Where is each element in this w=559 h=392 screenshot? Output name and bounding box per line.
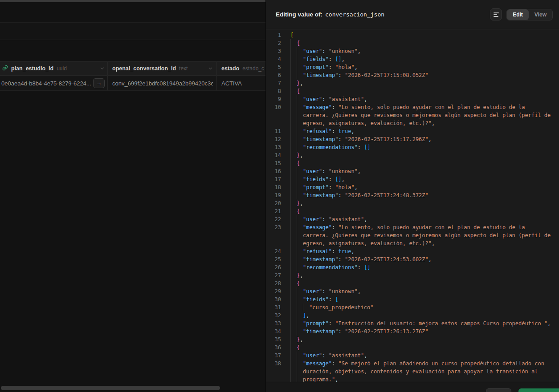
code-line[interactable]: 10"message": "Lo siento, solo puedo ayud… [266,103,559,127]
indent-guide [290,71,291,79]
code-text: "user": "unknown", [290,287,552,295]
code-line[interactable]: 38"message": "Se mejoró el plan añadiend… [266,360,559,382]
indent-guide [297,95,297,103]
cell-openai-conversation-id[interactable]: conv_699f2e1bdfc081949a2b99420c3ee2 [108,76,217,90]
code-line[interactable]: 27}, [266,271,559,279]
code-line[interactable]: 13"recommendations": [] [266,143,559,151]
code-line[interactable]: 21{ [266,207,559,215]
table-row: 0e0aea4d-b8b4-4e75-8279-6224... → conv_6… [0,76,265,91]
chevron-down-icon[interactable] [100,65,105,73]
code-line[interactable]: 12"timestamp": "2026-02-25T17:15:17.296Z… [266,135,559,143]
indent-guide [290,335,291,344]
code-text: "timestamp": "2026-02-25T17:15:17.296Z", [290,135,552,143]
column-name: estado [221,65,239,72]
code-text: "user": "assistant", [290,95,552,103]
code-line[interactable]: 31"curso_propedeutico" [266,303,559,311]
column-header-plan-estudio-id[interactable]: plan_estudio_id uuid [0,62,108,75]
code-line[interactable]: 24"refusal": true, [266,247,559,255]
panel-title: Editing value of:conversacion_json [276,11,384,18]
line-number: 28 [266,279,281,287]
line-number: 3 [266,47,281,55]
code-line[interactable]: 36{ [266,344,559,352]
line-number: 2 [266,39,281,47]
line-number: 11 [266,127,281,135]
code-text: "timestamp": "2026-02-25T17:24:53.602Z", [290,255,552,263]
code-line[interactable]: 29"user": "unknown", [266,287,559,295]
expand-row-button[interactable]: → [93,78,105,88]
indent-guide [297,71,297,79]
code-text: "fields": [], [290,55,552,63]
indent-guide [290,87,291,95]
code-text: { [290,207,552,215]
tab-view[interactable]: View [529,9,552,20]
code-line[interactable]: 9"user": "assistant", [266,95,559,103]
line-number: 5 [266,63,281,71]
tab-edit[interactable]: Edit [507,9,529,20]
indent-guide [290,303,291,311]
code-line[interactable]: 16"user": "unknown", [266,167,559,175]
code-line[interactable]: 15{ [266,159,559,167]
code-line[interactable]: 34"timestamp": "2026-02-25T17:26:13.276Z… [266,327,559,335]
format-json-button[interactable] [490,8,502,20]
code-text: "timestamp": "2026-02-25T17:15:08.052Z" [290,71,552,79]
code-line[interactable]: 30"fields": [ [266,295,559,303]
code-line[interactable]: 25"timestamp": "2026-02-25T17:24:53.602Z… [266,255,559,263]
indent-guide [297,143,297,151]
cell-plan-estudio-id[interactable]: 0e0aea4d-b8b4-4e75-8279-6224... → [0,76,108,90]
code-line[interactable]: 5"prompt": "hola", [266,63,559,71]
code-line[interactable]: 3"user": "unknown", [266,47,559,55]
indent-guide [297,263,297,271]
column-type: uuid [57,65,67,72]
code-line[interactable]: 2{ [266,39,559,47]
code-line[interactable]: 7}, [266,79,559,87]
code-line[interactable]: 6"timestamp": "2026-02-25T17:15:08.052Z" [266,71,559,79]
cancel-button[interactable] [486,388,511,392]
horizontal-scrollbar[interactable] [1,386,220,390]
code-line[interactable]: 8{ [266,87,559,95]
cell-estado[interactable]: ACTIVA [217,76,265,90]
code-line[interactable]: 18"prompt": "hola", [266,183,559,191]
column-header-estado[interactable]: estado estado_c [217,62,265,75]
indent-guide [290,271,291,279]
code-text: { [290,87,552,95]
json-code-editor[interactable]: 1[2{3"user": "unknown",4"fields": [],5"p… [266,30,559,382]
line-number: 35 [266,335,281,344]
code-line[interactable]: 28{ [266,279,559,287]
indent-guide [297,215,297,223]
code-line[interactable]: 37"user": "assistant", [266,352,559,360]
code-line[interactable]: 35}, [266,335,559,344]
code-text: }, [290,199,552,207]
code-text: "refusal": true, [290,247,552,255]
indent-guide [290,327,291,335]
code-line[interactable]: 19"timestamp": "2026-02-25T17:24:48.372Z… [266,191,559,199]
code-text: { [290,344,552,352]
code-line[interactable]: 4"fields": [], [266,55,559,63]
estado-value: ACTIVA [221,80,242,87]
code-text: "prompt": "Instrucción del usuario: mejo… [290,319,552,327]
code-line[interactable]: 22"user": "assistant", [266,215,559,223]
save-button[interactable] [518,388,559,392]
code-line[interactable]: 33"prompt": "Instrucción del usuario: me… [266,319,559,327]
code-line[interactable]: 14}, [266,151,559,159]
code-text: "user": "assistant", [290,352,552,360]
indent-guide [290,47,291,55]
panel-header: Editing value of:conversacion_json Edit … [266,0,559,29]
chevron-down-icon[interactable] [208,65,213,73]
code-line[interactable]: 26"recommendations": [] [266,263,559,271]
code-line[interactable]: 20}, [266,199,559,207]
line-number: 17 [266,175,281,183]
line-number: 36 [266,344,281,352]
code-text: "message": "Lo siento, solo puedo ayudar… [290,103,552,127]
indent-guide [297,183,297,191]
code-line[interactable]: 32], [266,311,559,319]
code-line[interactable]: 1[ [266,31,559,39]
indent-guide [290,159,291,167]
column-header-openai-conversation-id[interactable]: openai_conversation_id text [108,62,217,75]
conversation-id-value: conv_699f2e1bdfc081949a2b99420c3ee2 [112,80,213,87]
code-line[interactable]: 23"message": "Lo siento, solo puedo ayud… [266,223,559,247]
column-type: estado_c [242,65,264,72]
line-number: 21 [266,207,281,215]
code-line[interactable]: 17"fields": [], [266,175,559,183]
code-line[interactable]: 11"refusal": true, [266,127,559,135]
code-text: "message": "Se mejoró el plan añadiendo … [290,360,552,382]
